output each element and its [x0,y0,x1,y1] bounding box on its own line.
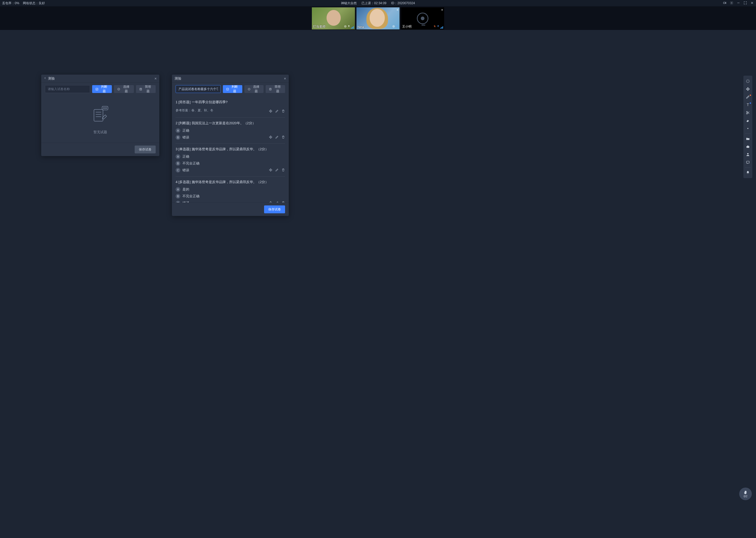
question-item: 3 [单选题] 施华洛世奇是反华品牌，所以梁鼎琪反华。（2分） A 正确 B 不… [176,144,285,177]
question-list[interactable]: 1 [简答题] 一年四季分别是哪四季? 参考答案：春、夏、秋、冬 2 [判断题]… [172,96,289,202]
bell-tool-icon[interactable] [743,169,752,177]
question-head: 2 [判断题] 我国宪法上一次更新是在2020年。（2分） [176,121,285,126]
move-icon[interactable] [269,135,272,140]
edit-icon[interactable] [275,109,279,114]
delete-icon[interactable] [281,168,285,173]
option-row[interactable]: B 不完全正确 [176,194,285,198]
option-badge: A [176,128,180,133]
scissors-tool-icon[interactable] [743,109,752,117]
elapsed-time: 已上课：02:34:09 [361,1,386,6]
settings-icon[interactable] [730,1,733,6]
hand-icon [743,490,748,495]
minimize-icon[interactable] [736,1,740,6]
move-icon[interactable] [269,168,272,173]
pen-tool-icon[interactable] [743,93,752,101]
quiz-name-input[interactable] [45,85,90,93]
user-tool-icon[interactable] [743,150,752,158]
folder-tool-icon[interactable] [743,135,752,143]
pointer-tool-icon[interactable] [743,77,752,85]
svg-point-6 [345,26,346,27]
short-answer-button[interactable]: 简答题 [266,85,285,93]
option-row[interactable]: A 是的 [176,187,285,192]
close-window-icon[interactable] [750,1,754,6]
move-tool-icon[interactable] [743,85,752,93]
mic-icon [396,25,399,28]
option-row[interactable]: B 错误 [176,135,269,140]
mic-muted-icon [433,25,436,28]
svg-rect-35 [746,146,749,148]
option-row[interactable]: A 正确 [176,154,285,159]
option-text: 错误 [182,135,189,140]
class-id: ID：2020070324 [391,1,415,6]
save-quiz-button[interactable]: 保存试卷 [135,145,156,153]
svg-point-34 [747,128,748,129]
svg-point-5 [344,26,346,27]
choice-button[interactable]: 选择题 [244,85,264,93]
empty-text: 暂无试题 [93,130,107,134]
choice-button[interactable]: 选择题 [114,85,134,93]
save-quiz-button[interactable]: 保存试卷 [264,205,285,213]
back-icon[interactable] [44,77,46,81]
video-strip: 叮当老师 × Nina × 王小明 [0,6,756,30]
packet-loss-label: 丢包率：0% [2,1,19,6]
camera-toggle-icon[interactable] [723,1,727,6]
svg-point-25 [105,108,106,108]
edit-icon[interactable] [275,168,279,173]
option-row[interactable]: A 正确 [176,128,285,133]
panel-close-icon[interactable]: × [284,76,286,81]
quiz-name-input[interactable] [176,85,221,93]
mic-icon [348,25,350,28]
option-row[interactable]: C 错误 [176,168,269,173]
target-icon [392,25,395,28]
svg-rect-27 [226,88,229,90]
quiz-panel-populated: 测验 × 判断题 选择题 简答题 1 [简答题] 一年四季分别是哪四季? 参 [172,75,289,216]
text-tool-icon[interactable] [743,101,752,109]
option-text: 正确 [182,128,189,133]
svg-point-8 [393,26,395,27]
video-tile-student[interactable]: × Nina [356,7,400,29]
question-head: 3 [单选题] 施华洛世奇是反华品牌，所以梁鼎琪反华。（2分） [176,147,285,152]
quiz-panel-empty: 测验 × 判断题 选择题 简答题 [41,75,159,156]
delete-icon[interactable] [281,135,285,140]
dot-tool-icon[interactable] [743,125,752,133]
camera-off-icon [417,13,428,24]
delete-icon[interactable] [281,109,285,114]
svg-point-26 [106,108,107,108]
option-row[interactable]: B 不完全正确 [176,161,285,166]
reference-answer: 参考答案：春、夏、秋、冬 [176,108,269,113]
video-tile-teacher[interactable]: 叮当老师 [312,7,355,29]
svg-rect-7 [349,25,350,27]
option-row[interactable]: C 错译 [176,201,269,202]
target-icon [344,25,347,28]
svg-point-24 [103,108,104,108]
raise-hand-button[interactable]: 0/2 [739,488,752,500]
toolbox-tool-icon[interactable] [743,143,752,150]
svg-point-1 [731,2,732,3]
move-icon[interactable] [269,109,272,114]
svg-rect-19 [94,109,103,121]
panel-close-icon[interactable]: × [154,76,157,81]
video-tile-student-camera-off[interactable]: × 王小明 [401,7,444,29]
panel-title: 测验 [48,76,154,81]
edit-icon[interactable] [275,135,279,140]
course-title: 神秘大自然 [341,1,357,6]
question-head: 4 [多选题] 施华洛世奇是反华品牌，所以梁鼎琪反华。（2分） [176,180,285,185]
eraser-tool-icon[interactable] [743,117,752,125]
question-item: 2 [判断题] 我国宪法上一次更新是在2020年。（2分） A 正确 B 错误 [176,118,285,144]
svg-rect-0 [724,2,725,4]
panel-title: 测验 [174,76,284,81]
chat-tool-icon[interactable] [743,158,752,166]
true-false-button[interactable]: 判断题 [223,85,242,93]
short-answer-button[interactable]: 简答题 [136,85,156,93]
true-false-button[interactable]: 判断题 [92,85,112,93]
svg-point-36 [747,153,748,154]
fullscreen-icon[interactable] [743,1,747,6]
volume-bars-icon [351,26,354,28]
video-close-icon[interactable]: × [397,8,399,12]
svg-rect-37 [746,161,749,163]
video-close-icon[interactable]: × [441,8,443,12]
question-item: 4 [多选题] 施华洛世奇是反华品牌，所以梁鼎琪反华。（2分） A 是的 B 不… [176,177,285,202]
top-bar: 丢包率：0% 网络状态：良好 神秘大自然 已上课：02:34:09 ID：202… [0,0,756,6]
svg-rect-13 [438,25,439,27]
svg-rect-14 [96,88,98,90]
